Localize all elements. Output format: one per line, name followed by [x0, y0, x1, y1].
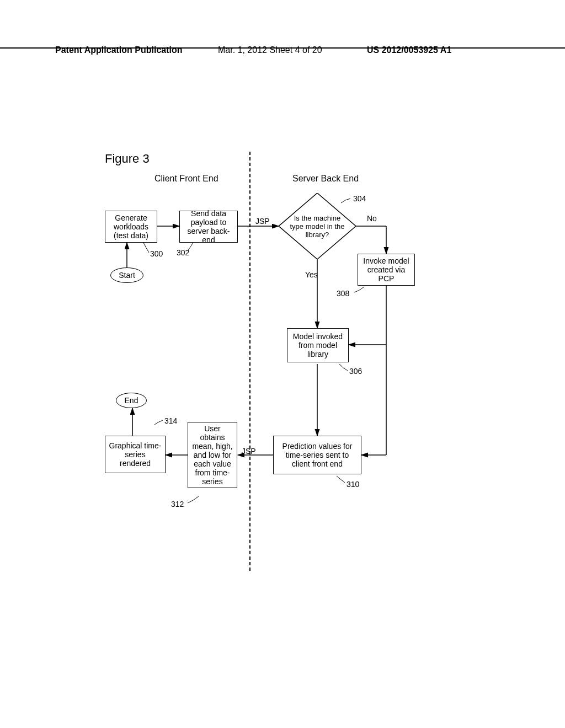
header-date-sheet: Mar. 1, 2012 Sheet 4 of 20 — [218, 45, 322, 55]
ref-310: 310 — [347, 480, 359, 489]
ref-304: 304 — [353, 194, 366, 203]
server-section-label: Server Back End — [292, 174, 359, 184]
box-302: Send data payload to server back-end — [179, 211, 238, 243]
jsp-label-1: JSP — [255, 217, 270, 226]
box-310: Prediction values for time-series sent t… — [273, 436, 361, 474]
page-header: Patent Application Publication Mar. 1, 2… — [0, 45, 565, 49]
decision-304: Is the machine type model in the library… — [279, 193, 356, 259]
start-terminator: Start — [110, 267, 143, 283]
ref-300: 300 — [150, 249, 163, 258]
header-docnum: US 2012/0053925 A1 — [367, 45, 451, 55]
box-306: Model invoked from model library — [287, 328, 349, 362]
jsp-label-2: JSP — [242, 447, 256, 456]
ref-312: 312 — [171, 500, 184, 508]
box-314: Graphical time-series rendered — [105, 436, 166, 473]
no-label: No — [367, 214, 377, 223]
yes-label: Yes — [305, 270, 318, 279]
figure-label: Figure 3 — [105, 152, 150, 166]
ref-308: 308 — [337, 289, 349, 298]
box-308: Invoke model created via PCP — [358, 254, 415, 286]
box-300: Generate workloads (test data) — [105, 211, 157, 243]
header-publication: Patent Application Publication — [55, 45, 183, 55]
box-312: User obtains mean, high, and low for eac… — [188, 422, 237, 488]
ref-314: 314 — [164, 416, 177, 425]
client-section-label: Client Front End — [154, 174, 218, 184]
ref-302: 302 — [177, 248, 189, 257]
ref-306: 306 — [349, 367, 362, 376]
flowchart-connectors — [0, 0, 565, 728]
end-label: End — [125, 396, 138, 405]
start-label: Start — [119, 271, 135, 280]
end-terminator: End — [116, 393, 147, 408]
swimlane-divider — [249, 152, 250, 571]
